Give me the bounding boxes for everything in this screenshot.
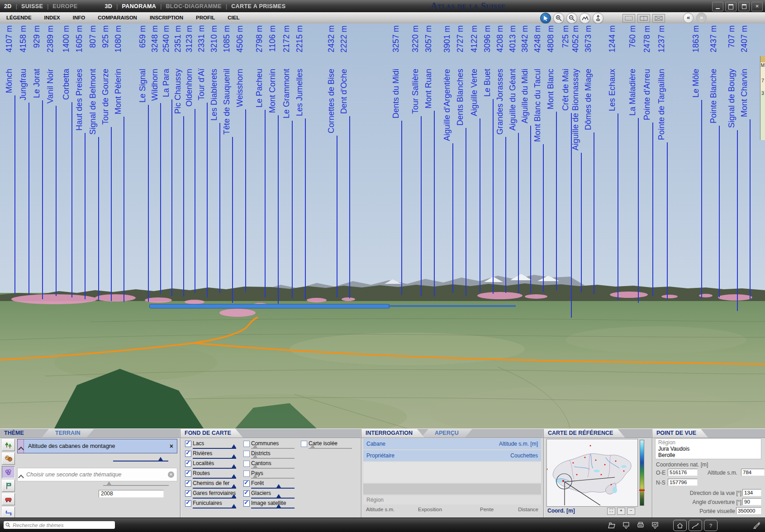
slider-thumb[interactable] <box>232 444 236 448</box>
slider-thumb[interactable] <box>107 481 111 485</box>
edit-icon[interactable] <box>751 520 762 530</box>
layer-opacity-slider[interactable] <box>251 458 295 459</box>
slider-thumb[interactable] <box>253 454 257 458</box>
checked-checkbox[interactable] <box>243 500 250 507</box>
reference-map[interactable] <box>546 439 638 507</box>
theme-category-transport-button[interactable] <box>2 493 15 505</box>
menu-item-profil[interactable]: PROFIL <box>190 12 221 23</box>
top-menu-item-2d[interactable]: 2D <box>0 3 16 9</box>
slider-thumb[interactable] <box>232 454 236 458</box>
remove-theme-icon[interactable]: × <box>166 443 177 450</box>
layer-opacity-slider[interactable] <box>193 498 236 499</box>
top-menu-item-carte-a-prismes[interactable]: CARTE A PRISMES <box>227 3 290 9</box>
theme-map1-dropdown[interactable]: Altitude des cabanes de montagne × <box>17 439 177 453</box>
dropdown-handle[interactable] <box>18 439 24 453</box>
menu-item-légende[interactable]: LÉGENDE <box>0 12 38 23</box>
slider-thumb[interactable] <box>232 504 236 508</box>
maximize-button[interactable] <box>725 2 736 11</box>
open-icon[interactable] <box>606 520 617 530</box>
theme-map2-dropdown[interactable]: Choisir une seconde carte thématique ✕ <box>17 468 177 481</box>
layer-opacity-slider[interactable] <box>193 458 236 459</box>
layer-opacity-slider[interactable] <box>309 448 352 449</box>
layer-opacity-slider[interactable] <box>193 478 236 479</box>
unchecked-checkbox[interactable] <box>243 451 250 457</box>
navigate-icon[interactable] <box>540 13 551 24</box>
year-slider[interactable] <box>103 485 169 486</box>
export-icon[interactable] <box>650 520 660 530</box>
top-menu-item-bloc-diagramme[interactable]: BLOC-DIAGRAMME <box>162 3 226 9</box>
menu-item-ciel[interactable]: CIEL <box>221 12 246 23</box>
angle-field[interactable] <box>742 498 761 505</box>
altitude-field[interactable] <box>741 469 765 476</box>
menu-item-index[interactable]: INDEX <box>38 12 67 23</box>
theme-category-flag-button[interactable] <box>2 480 15 492</box>
home-button[interactable] <box>673 520 687 531</box>
slider-thumb[interactable] <box>276 484 281 488</box>
theme-category-population-button[interactable] <box>2 452 15 465</box>
oe-field[interactable] <box>668 469 698 476</box>
checked-checkbox[interactable] <box>185 461 191 467</box>
portee-field[interactable] <box>736 507 761 514</box>
menu-item-info[interactable]: INFO <box>67 12 91 23</box>
slider-thumb[interactable] <box>232 484 236 488</box>
menu-item-inscription[interactable]: INSCRIPTION <box>143 12 190 23</box>
slider-thumb[interactable] <box>158 457 163 461</box>
overlay-view-icon[interactable] <box>652 14 665 23</box>
slider-thumb[interactable] <box>276 494 281 498</box>
slider-thumb[interactable] <box>232 464 236 468</box>
map-zoom-in-button[interactable]: + <box>617 508 625 515</box>
layer-opacity-slider[interactable] <box>251 448 295 449</box>
unchecked-checkbox[interactable] <box>243 471 250 477</box>
panorama-view[interactable]: Mönch4107 mJungfrau4158 mLe Jorat929 mVa… <box>0 24 765 428</box>
zoom-in-icon[interactable] <box>553 13 564 24</box>
top-menu-item-3d[interactable]: 3D <box>100 3 116 9</box>
tab-terrain[interactable]: TERRAIN <box>42 429 94 438</box>
direction-field[interactable] <box>742 489 761 496</box>
theme-category-clouds-button[interactable] <box>2 466 15 478</box>
layer-opacity-slider[interactable] <box>251 498 295 499</box>
slider-thumb[interactable] <box>232 494 236 498</box>
slider-thumb[interactable] <box>253 474 257 478</box>
help-button[interactable]: ? <box>704 520 717 531</box>
top-menu-item-europe[interactable]: EUROPE <box>48 3 81 9</box>
top-menu-item-panorama[interactable]: PANORAMA <box>118 3 160 9</box>
slider-thumb[interactable] <box>253 444 257 448</box>
checked-checkbox[interactable] <box>185 490 191 497</box>
restore-button[interactable] <box>738 2 750 11</box>
theme-opacity-slider[interactable] <box>113 461 168 461</box>
split-view-icon[interactable] <box>637 14 650 23</box>
slider-thumb[interactable] <box>253 464 257 468</box>
close-button[interactable]: × <box>751 2 763 11</box>
checked-checkbox[interactable] <box>243 480 250 487</box>
observer-icon[interactable] <box>593 13 603 24</box>
theme-category-forest-button[interactable] <box>2 439 15 451</box>
tab-interrogation[interactable]: INTERROGATION <box>361 429 424 438</box>
clear-icon[interactable]: ✕ <box>168 471 174 478</box>
map-zoom-out-button[interactable]: − <box>627 508 635 515</box>
unchecked-checkbox[interactable] <box>243 441 250 447</box>
search-input[interactable] <box>12 522 113 528</box>
unchecked-checkbox[interactable] <box>243 461 250 467</box>
slider-thumb[interactable] <box>232 474 236 478</box>
top-menu-item-suisse[interactable]: SUISSE <box>17 3 47 9</box>
tab-apercu[interactable]: APERÇU <box>421 429 472 438</box>
slider-thumb[interactable] <box>276 504 281 508</box>
unchecked-checkbox[interactable] <box>301 441 307 447</box>
menu-item-comparaison[interactable]: COMPARAISON <box>91 12 143 23</box>
print-icon[interactable] <box>635 520 646 530</box>
back-icon[interactable]: « <box>683 13 694 23</box>
checked-checkbox[interactable] <box>243 490 250 497</box>
ns-field[interactable] <box>668 479 698 486</box>
layer-opacity-slider[interactable] <box>193 508 236 508</box>
checked-checkbox[interactable] <box>185 500 191 507</box>
slider-thumb[interactable] <box>310 444 315 448</box>
single-view-icon[interactable] <box>622 14 635 23</box>
tab-theme[interactable]: THÈME <box>0 429 36 438</box>
year-field[interactable] <box>99 490 164 498</box>
zoom-out-icon[interactable] <box>566 13 577 24</box>
checked-checkbox[interactable] <box>185 441 191 447</box>
measure-button[interactable] <box>689 520 702 531</box>
layer-opacity-slider[interactable] <box>251 478 295 479</box>
theme-search[interactable] <box>4 521 115 529</box>
layer-opacity-slider[interactable] <box>251 488 295 489</box>
